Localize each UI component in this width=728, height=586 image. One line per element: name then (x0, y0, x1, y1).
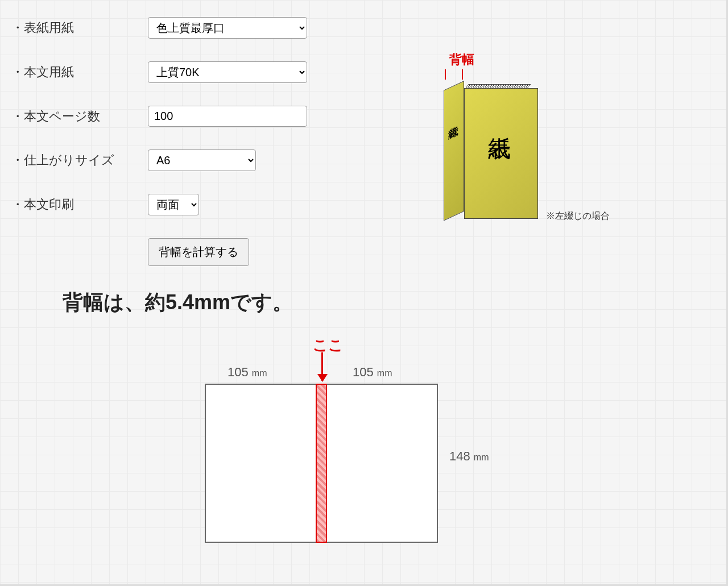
submit-row: 背幅を計算する (11, 238, 410, 266)
row-page-count: 本文ページ数 (11, 106, 410, 127)
spine-tick-right (462, 69, 463, 80)
select-body-paper[interactable]: 上質70K (148, 61, 307, 83)
row-finish-size: 仕上がりサイズ A6 (11, 149, 410, 171)
book-binding-note: ※左綴じの場合 (546, 210, 610, 222)
arrow-down-icon (321, 352, 323, 381)
row-body-print: 本文印刷 両面 (11, 194, 410, 215)
book-spine-face (444, 81, 464, 221)
select-finish-size[interactable]: A6 (148, 149, 256, 171)
spine-calculator-form: 表紙用紙 色上質最厚口 本文用紙 上質70K 本文ページ数 仕上がりサイズ A6… (11, 17, 410, 266)
label-body-paper: 本文用紙 (11, 64, 148, 81)
label-page-count: 本文ページ数 (11, 108, 148, 125)
result-text: 背幅は、約5.4mmです。 (63, 289, 715, 317)
select-body-print[interactable]: 両面 (148, 194, 199, 215)
calculate-button[interactable]: 背幅を計算する (148, 238, 249, 266)
book-3d-diagram: 背幅 背表紙 表紙 ※左綴じの場合 (421, 45, 637, 239)
spread-diagram: ここ 105 mm 105 mm 148 mm (193, 330, 535, 568)
row-cover-paper: 表紙用紙 色上質最厚口 (11, 17, 410, 39)
diagram-spine-title: 背幅 (449, 51, 474, 68)
dimension-width-right: 105 mm (353, 365, 392, 380)
row-body-paper: 本文用紙 上質70K (11, 61, 410, 83)
input-page-count[interactable] (148, 106, 307, 127)
book-front-face (464, 88, 538, 219)
label-cover-paper: 表紙用紙 (11, 19, 148, 36)
spine-strip (316, 384, 327, 543)
label-finish-size: 仕上がりサイズ (11, 152, 148, 169)
spine-tick-left (445, 69, 446, 80)
dimension-height: 148 mm (449, 449, 489, 464)
label-body-print: 本文印刷 (11, 196, 148, 213)
select-cover-paper[interactable]: 色上質最厚口 (148, 17, 307, 39)
dimension-width-left: 105 mm (228, 365, 267, 380)
spine-here-label: ここ (313, 335, 344, 355)
